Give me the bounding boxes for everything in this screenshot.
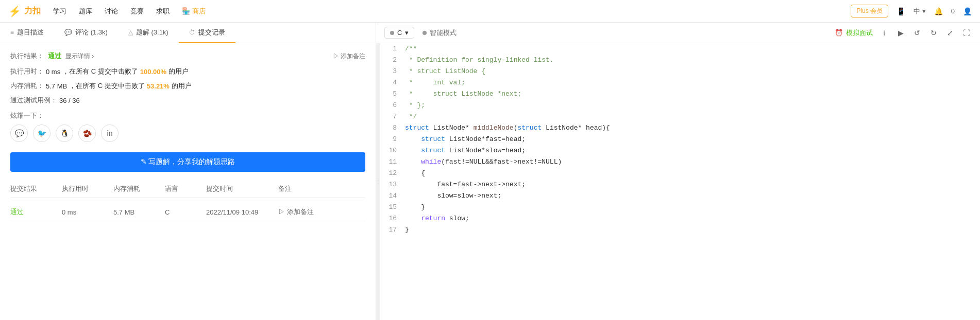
share-wechat[interactable]: 💬 xyxy=(10,125,28,142)
weibo-icon: 🐦 xyxy=(38,129,46,137)
run-icon[interactable]: ▶ xyxy=(895,29,906,37)
share-qq[interactable]: 🐧 xyxy=(56,125,73,142)
line-content-1: /** xyxy=(405,43,980,55)
code-content: 1 /** 2 * Definition for singly-linked l… xyxy=(380,43,980,236)
share-linkedin[interactable]: in xyxy=(101,125,119,142)
mem-beat-text: ，在所有 C 提交中击败了 xyxy=(69,81,145,91)
nav-discuss[interactable]: 讨论 xyxy=(105,7,118,16)
comments-icon: 💬 xyxy=(64,29,72,36)
left-panel: 执行结果： 通过 显示详情 › ▷ 添加备注 执行用时： 0 ms ，在所有 C… xyxy=(0,43,376,320)
tab-solutions[interactable]: △ 题解 (3.1k) xyxy=(118,23,179,43)
row-time: 0 ms xyxy=(62,208,113,216)
tab-comments[interactable]: 💬 评论 (1.3k) xyxy=(54,23,118,43)
share-douban[interactable]: 🫘 xyxy=(78,125,96,142)
time-label: 执行用时： xyxy=(10,67,44,76)
tab-submissions[interactable]: ⏱ 提交记录 xyxy=(179,23,235,43)
line-num-7: 7 xyxy=(380,111,405,122)
main-layout: 执行结果： 通过 显示详情 › ▷ 添加备注 执行用时： 0 ms ，在所有 C… xyxy=(0,43,980,320)
solutions-icon: △ xyxy=(128,29,133,36)
result-detail-link[interactable]: 显示详情 › xyxy=(65,52,94,61)
qq-icon: 🐧 xyxy=(60,129,69,137)
code-line-15: 15 } xyxy=(380,202,980,213)
share-icons: 💬 🐦 🐧 🫘 in xyxy=(10,125,365,142)
result-label: 执行结果： xyxy=(10,51,44,61)
line-num-16: 16 xyxy=(380,213,405,224)
info-icon[interactable]: i xyxy=(879,29,889,37)
header-note: 备注 xyxy=(278,184,365,193)
fullscreen-icon[interactable]: ⛶ xyxy=(961,29,972,37)
add-note-btn[interactable]: ▷ 添加备注 xyxy=(333,52,365,61)
code-line-4: 4 * int val; xyxy=(380,77,980,88)
language-selector[interactable]: C ▾ xyxy=(384,27,414,39)
line-num-4: 4 xyxy=(380,77,405,88)
wechat-icon: 💬 xyxy=(15,129,24,137)
line-num-1: 1 xyxy=(380,43,405,55)
line-num-12: 12 xyxy=(380,168,405,179)
header-result: 提交结果 xyxy=(10,184,62,193)
code-line-14: 14 slow=slow->next; xyxy=(380,190,980,202)
code-line-2: 2 * Definition for singly-linked list. xyxy=(380,55,980,66)
tab-comments-label: 评论 (1.3k) xyxy=(75,28,108,37)
logo[interactable]: ⚡ 力扣 xyxy=(8,5,41,17)
mem-value: 5.7 MB xyxy=(46,82,67,90)
line-num-9: 9 xyxy=(380,134,405,145)
tab-solutions-label: 题解 (3.1k) xyxy=(136,28,168,37)
line-content-15: } xyxy=(405,202,980,213)
time-stat-row: 执行用时： 0 ms ，在所有 C 提交中击败了 100.00% 的用户 xyxy=(10,67,365,76)
sub-nav-right: C ▾ 智能模式 ⏰ 模拟面试 i ▶ ↺ ↻ ⤢ ⛶ xyxy=(376,27,980,39)
code-line-3: 3 * struct ListNode { xyxy=(380,66,980,77)
line-num-17: 17 xyxy=(380,224,405,236)
clock-icon: ⏰ xyxy=(835,29,843,37)
write-solution-btn[interactable]: ✎ 写题解，分享我的解题思路 xyxy=(10,152,365,172)
nav-problems[interactable]: 题库 xyxy=(79,7,92,16)
mem-beat-pct: 53.21% xyxy=(147,82,170,90)
time-beat-text: ，在所有 C 提交中击败了 xyxy=(62,67,138,76)
plus-btn[interactable]: Plus 会员 xyxy=(851,5,888,17)
tab-description[interactable]: ≡ 题目描述 xyxy=(0,23,54,43)
ai-mode-toggle[interactable]: 智能模式 xyxy=(423,28,457,38)
device-icon[interactable]: 📱 xyxy=(897,7,905,15)
code-line-7: 7 */ xyxy=(380,111,980,122)
bell-icon[interactable]: 🔔 xyxy=(934,7,943,15)
lang-label: C xyxy=(397,29,402,37)
line-num-3: 3 xyxy=(380,66,405,77)
sub-nav-left: ≡ 题目描述 💬 评论 (1.3k) △ 题解 (3.1k) ⏱ 提交记录 xyxy=(0,23,376,43)
line-num-15: 15 xyxy=(380,202,405,213)
time-suffix: 的用户 xyxy=(168,67,189,76)
resize-handle[interactable]: ⋮ xyxy=(376,43,380,320)
line-num-11: 11 xyxy=(380,156,405,168)
line-content-5: * struct ListNode *next; xyxy=(405,88,980,100)
nav-shop[interactable]: 🏪 商店 xyxy=(182,7,206,16)
mock-interview-btn[interactable]: ⏰ 模拟面试 xyxy=(835,28,873,38)
code-line-17: 17 } xyxy=(380,224,980,236)
undo-icon[interactable]: ↺ xyxy=(912,29,922,37)
code-editor[interactable]: 1 /** 2 * Definition for singly-linked l… xyxy=(380,43,980,320)
line-num-6: 6 xyxy=(380,100,405,111)
submission-table: 提交结果 执行用时 内存消耗 语言 提交时间 备注 通过 0 ms 5.7 MB… xyxy=(10,184,365,222)
result-status: 通过 xyxy=(48,51,61,61)
expand-icon[interactable]: ⤢ xyxy=(945,29,955,37)
douban-icon: 🫘 xyxy=(83,129,92,137)
code-line-6: 6 * }; xyxy=(380,100,980,111)
redo-icon[interactable]: ↻ xyxy=(928,29,939,37)
nav-contest[interactable]: 竞赛 xyxy=(130,7,144,16)
user-avatar[interactable]: 👤 xyxy=(963,7,972,15)
logo-icon: ⚡ xyxy=(8,5,21,17)
line-content-14: slow=slow->next; xyxy=(405,190,980,202)
lang-switcher[interactable]: 中 ▾ xyxy=(914,7,926,16)
mem-suffix: 的用户 xyxy=(172,81,192,91)
shop-icon: 🏪 xyxy=(182,7,190,15)
row-note[interactable]: ▷ 添加备注 xyxy=(278,207,365,217)
share-weibo[interactable]: 🐦 xyxy=(33,125,50,142)
mem-stat-row: 内存消耗： 5.7 MB ，在所有 C 提交中击败了 53.21% 的用户 xyxy=(10,81,365,91)
nav-learn[interactable]: 学习 xyxy=(53,7,66,16)
header-mem: 内存消耗 xyxy=(113,184,165,193)
tab-submissions-label: 提交记录 xyxy=(198,28,225,37)
table-header: 提交结果 执行用时 内存消耗 语言 提交时间 备注 xyxy=(10,184,365,198)
code-line-11: 11 while(fast!=NULL&&fast->next!=NULL) xyxy=(380,156,980,168)
ai-dot-icon xyxy=(423,31,427,35)
line-content-13: fast=fast->next->next; xyxy=(405,179,980,190)
row-result[interactable]: 通过 xyxy=(10,207,62,217)
nav-jobs[interactable]: 求职 xyxy=(156,7,170,16)
ai-mode-label: 智能模式 xyxy=(430,28,457,38)
